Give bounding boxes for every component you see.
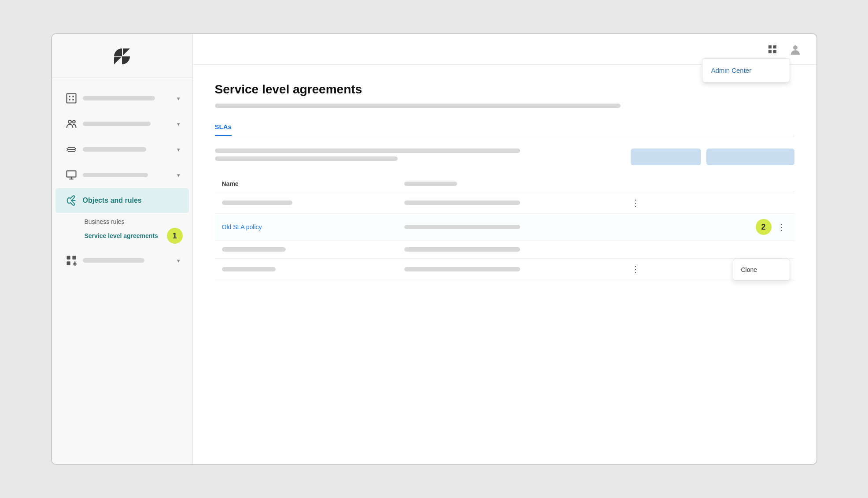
context-menu: Clone: [733, 259, 790, 281]
table-cell-name: [215, 241, 397, 259]
svg-rect-0: [66, 94, 76, 103]
chevron-down-icon: ▾: [177, 257, 180, 264]
sidebar-item-buildings[interactable]: ▾: [55, 86, 189, 111]
nav-placeholder: [83, 173, 148, 177]
table-cell-col2: [397, 241, 623, 259]
old-sla-policy-link[interactable]: Old SLA policy: [222, 223, 262, 230]
content-description-line1: [215, 149, 520, 153]
content-header: [215, 149, 794, 165]
table-header-col2: [397, 176, 623, 192]
sidebar-nav: ▾ ▾ ▾: [52, 78, 192, 464]
svg-rect-15: [773, 50, 776, 53]
table-cell-name: [215, 192, 397, 214]
tabs: SLAs: [215, 119, 794, 136]
grid-icon[interactable]: [765, 41, 780, 57]
sidebar-item-people[interactable]: ▾: [55, 111, 189, 136]
sidebar-item-objects-rules[interactable]: Objects and rules: [55, 188, 189, 213]
svg-rect-14: [768, 50, 772, 53]
table-cell-name: [215, 259, 397, 280]
step-badge-1: 1: [167, 228, 183, 244]
nav-placeholder: [83, 147, 146, 152]
svg-rect-12: [768, 45, 772, 48]
more-options-icon-row4[interactable]: ⋮: [629, 264, 642, 275]
title-placeholder: [215, 104, 621, 108]
sub-nav-item-business-rules[interactable]: Business rules: [79, 216, 192, 228]
svg-rect-2: [72, 96, 74, 97]
user-icon[interactable]: [787, 41, 803, 57]
chevron-down-icon: ▾: [177, 95, 180, 102]
table-header-placeholder: [404, 182, 457, 186]
svg-rect-7: [66, 171, 76, 177]
table-cell-col2: [397, 259, 623, 280]
nav-placeholder: [83, 122, 151, 126]
sidebar-item-objects-rules-label: Objects and rules: [83, 197, 142, 204]
svg-point-5: [68, 120, 71, 123]
sidebar-logo: [52, 34, 192, 78]
table-row: Old SLA policy 2 ⋮: [215, 214, 794, 241]
nav-label-wrap-workspaces: [83, 173, 174, 177]
clone-menu-item[interactable]: Clone: [733, 262, 790, 278]
cell-placeholder: [222, 201, 292, 205]
sub-nav-objects-rules: Business rules Service level agreements …: [52, 214, 192, 247]
step-badge-2: 2: [756, 219, 772, 235]
svg-rect-1: [69, 96, 70, 97]
button-placeholder-1[interactable]: [631, 149, 701, 165]
page-title: Service level agreements: [215, 82, 794, 97]
table-cell-empty: [622, 241, 794, 259]
admin-center-link[interactable]: Admin Center: [702, 62, 790, 78]
more-options-icon-row2[interactable]: ⋮: [775, 222, 787, 232]
workspace-icon: [64, 168, 78, 182]
table-header-name: Name: [215, 176, 397, 192]
admin-center-dropdown: Admin Center: [702, 58, 790, 82]
table-row: ⋮: [215, 192, 794, 214]
nav-placeholder: [83, 96, 155, 100]
table-cell-actions: 2 ⋮: [622, 214, 794, 241]
tab-slas[interactable]: SLAs: [215, 119, 232, 136]
content-description-line2: [215, 156, 398, 161]
chevron-down-icon: ▾: [177, 146, 180, 153]
svg-rect-4: [72, 99, 74, 100]
svg-rect-10: [66, 261, 70, 265]
table-cell-more: ⋮: [622, 192, 794, 214]
cell-placeholder: [404, 247, 521, 252]
zendesk-logo: [109, 45, 135, 67]
content-header-left: [215, 149, 622, 161]
svg-rect-13: [773, 45, 776, 48]
table-cell-name-link: Old SLA policy: [215, 214, 397, 241]
more-options-icon[interactable]: ⋮: [629, 197, 642, 208]
table-row: [215, 241, 794, 259]
table-cell-col2: [397, 192, 623, 214]
button-placeholder-2[interactable]: [706, 149, 794, 165]
cell-placeholder: [404, 225, 521, 229]
sla-table: Name: [215, 176, 794, 280]
nav-label-wrap-people: [83, 122, 174, 126]
content-header-right: [631, 149, 794, 165]
app-frame: ▾ ▾ ▾: [51, 33, 817, 465]
nav-label-wrap-channels: [83, 147, 174, 152]
svg-point-16: [793, 45, 798, 50]
cell-placeholder: [404, 267, 521, 271]
building-icon: [64, 91, 78, 105]
nav-placeholder: [83, 258, 144, 263]
chevron-down-icon: ▾: [177, 121, 180, 127]
page-body: Service level agreements SLAs: [193, 65, 816, 464]
sub-nav-item-service-level-agreements[interactable]: Service level agreements: [79, 230, 163, 242]
cell-placeholder: [404, 201, 521, 205]
svg-rect-9: [72, 256, 76, 260]
nav-label-wrap-apps: [83, 258, 174, 263]
people-icon: [64, 117, 78, 131]
sidebar-item-channels[interactable]: ▾: [55, 137, 189, 162]
table-cell-col2: [397, 214, 623, 241]
sidebar: ▾ ▾ ▾: [52, 34, 193, 464]
svg-rect-8: [66, 256, 70, 260]
svg-rect-3: [69, 99, 70, 100]
sidebar-item-workspaces[interactable]: ▾: [55, 163, 189, 187]
table-row: ⋮: [215, 259, 794, 280]
main-content: Admin Center Service level agreements SL…: [193, 34, 816, 464]
objects-icon: [64, 193, 78, 208]
nav-label-wrap-buildings: [83, 96, 174, 100]
sidebar-item-apps[interactable]: ▾: [55, 248, 189, 273]
top-bar: Admin Center: [193, 34, 816, 65]
apps-icon: [64, 253, 78, 268]
svg-point-6: [72, 120, 75, 123]
